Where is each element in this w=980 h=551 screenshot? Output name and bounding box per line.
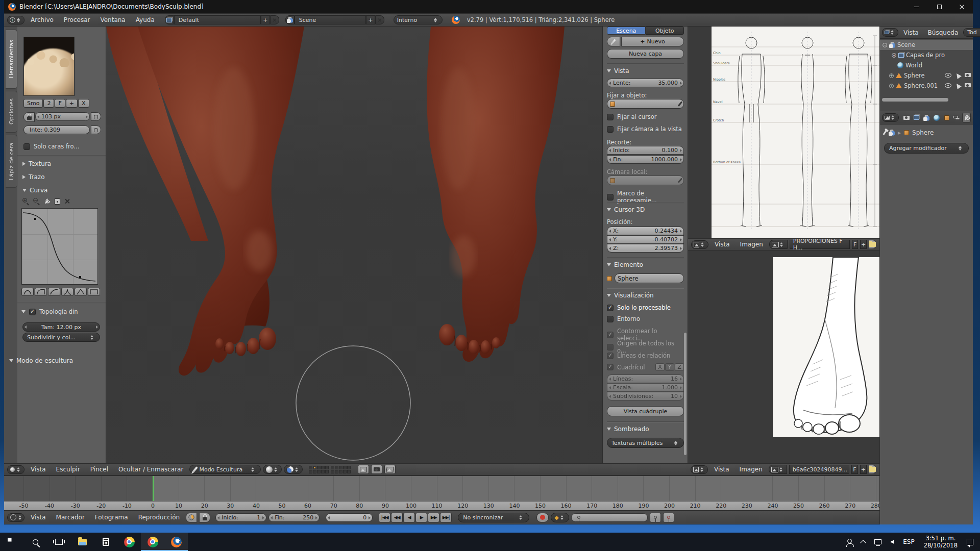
- cursor-x-slider[interactable]: X:0.24434: [607, 227, 684, 235]
- lens-slider[interactable]: Lente:35.000: [607, 79, 684, 87]
- menu-vista[interactable]: Vista: [710, 241, 734, 248]
- tab-modifiers[interactable]: [962, 113, 971, 122]
- add-scene-button[interactable]: +: [366, 15, 375, 24]
- lock-mode-button[interactable]: [358, 465, 369, 474]
- shading-select[interactable]: [263, 465, 282, 474]
- play-button[interactable]: ▶: [415, 513, 427, 522]
- menu-fotograma[interactable]: Fotograma: [91, 514, 132, 521]
- render-anim-button[interactable]: [384, 465, 396, 474]
- item-panel-header[interactable]: Elemento: [607, 261, 684, 268]
- maximize-button[interactable]: [928, 0, 950, 13]
- menu-busqueda[interactable]: Búsqueda: [924, 29, 963, 36]
- blender-taskbar-button[interactable]: [164, 533, 188, 551]
- add-layout-button[interactable]: +: [261, 15, 270, 24]
- menu-marcador[interactable]: Marcador: [52, 514, 89, 521]
- zoom-out-icon[interactable]: −: [33, 198, 40, 205]
- menu-imagen[interactable]: Imagen: [736, 466, 767, 473]
- display-panel-header[interactable]: Visualización: [607, 292, 684, 299]
- gp-source-object-button[interactable]: Objeto: [646, 27, 684, 35]
- play-reverse-button[interactable]: ◀: [403, 513, 415, 522]
- editor-type-button[interactable]: [691, 240, 708, 249]
- add-brush-button[interactable]: +: [66, 99, 78, 108]
- clipping-icon[interactable]: [54, 198, 60, 205]
- taskbar-clock[interactable]: 3:51 p. m. 28/10/2018: [920, 533, 961, 551]
- outliner-scrollbar[interactable]: [882, 98, 948, 102]
- quad-view-button[interactable]: Vista cuádruple: [607, 406, 684, 416]
- panel-textura-header[interactable]: Textura: [22, 160, 51, 167]
- tab-lapiz-de-cera[interactable]: Lápiz de cera: [6, 135, 17, 188]
- dyntopo-checkbox[interactable]: [29, 309, 36, 315]
- grid-lines-slider[interactable]: Líneas:16: [607, 374, 684, 383]
- close-layout-button[interactable]: [270, 15, 279, 24]
- renderability-icon[interactable]: [965, 73, 971, 77]
- only-render-checkbox[interactable]: [607, 305, 614, 311]
- brush-name-button[interactable]: Smo: [23, 99, 43, 108]
- chrome-button-1[interactable]: [117, 533, 141, 551]
- use-preview-range-button[interactable]: [186, 513, 197, 522]
- layers-grid-2[interactable]: [331, 466, 351, 473]
- menu-procesar[interactable]: Procesar: [60, 16, 94, 23]
- tab-world[interactable]: [933, 113, 941, 122]
- shading-mode-select[interactable]: Texturas múltiples: [607, 438, 684, 448]
- auto-keyframe-button[interactable]: [536, 513, 549, 522]
- all-origins-checkbox[interactable]: [607, 344, 614, 350]
- mode-select[interactable]: Modo Escultura: [189, 465, 261, 474]
- tab-opciones[interactable]: Opciones: [6, 91, 17, 133]
- screen-layout-field[interactable]: Default: [174, 15, 261, 24]
- current-frame-field[interactable]: 0: [326, 513, 373, 522]
- tab-render-layers[interactable]: [913, 113, 921, 122]
- close-button[interactable]: [950, 0, 973, 13]
- menu-vista[interactable]: Vista: [27, 514, 50, 521]
- render-engine-select[interactable]: Interno: [394, 15, 443, 24]
- action-center-button[interactable]: [963, 533, 977, 551]
- menu-archivo[interactable]: Archivo: [27, 16, 58, 23]
- frame-start-slider[interactable]: Inicio:1: [215, 513, 266, 522]
- menu-esculpir[interactable]: Esculpir: [52, 466, 84, 473]
- grid-scale-slider[interactable]: Escala:1.000: [607, 383, 684, 392]
- editor-type-button[interactable]: [7, 513, 24, 522]
- current-frame-line[interactable]: [153, 476, 154, 501]
- visibility-icon[interactable]: [945, 73, 951, 78]
- minimize-button[interactable]: [905, 0, 928, 13]
- radius-pressure-button[interactable]: [91, 112, 101, 121]
- grid-checkbox[interactable]: [607, 364, 614, 370]
- insert-keyframe-button[interactable]: [650, 513, 661, 522]
- fake-user-button[interactable]: F: [851, 465, 858, 474]
- editor-type-button[interactable]: [882, 113, 899, 122]
- gp-pencil-button[interactable]: [607, 37, 620, 46]
- sculpt-mode-panel-header[interactable]: Modo de escultura: [9, 357, 106, 364]
- render-border-button[interactable]: [371, 465, 382, 474]
- scene-field[interactable]: Scene: [295, 15, 366, 24]
- frame-end-slider[interactable]: Fin:250: [268, 513, 320, 522]
- brush-users-button[interactable]: 2: [43, 99, 54, 108]
- preset-smooth-icon[interactable]: [21, 288, 34, 296]
- world-bg-checkbox[interactable]: [607, 316, 614, 322]
- outliner-row-world[interactable]: World: [880, 60, 973, 70]
- blender-splash-icon[interactable]: [452, 16, 460, 24]
- delete-point-icon[interactable]: [64, 198, 70, 204]
- close-scene-button[interactable]: [375, 15, 384, 24]
- editor-type-button[interactable]: [7, 465, 24, 474]
- task-view-button[interactable]: [47, 533, 70, 551]
- chrome-button-2[interactable]: [141, 533, 164, 551]
- tab-object[interactable]: [942, 113, 951, 122]
- cursor3d-panel-header[interactable]: Cursor 3D: [607, 206, 684, 213]
- outliner-row-scene[interactable]: − Scene: [880, 40, 973, 50]
- menu-ocultar-enmascarar[interactable]: Ocultar / Enmascarar: [114, 466, 187, 473]
- cursor-y-slider[interactable]: Y:-0.40702: [607, 235, 684, 244]
- collapse-icon[interactable]: −: [883, 43, 887, 47]
- expand-icon[interactable]: +: [892, 53, 896, 58]
- strength-slider[interactable]: Inte: 0.309: [23, 126, 90, 134]
- menu-pincel[interactable]: Pincel: [86, 466, 112, 473]
- timeline-track[interactable]: [4, 475, 879, 501]
- cursor-z-slider[interactable]: Z:2.39573: [607, 244, 684, 253]
- jump-to-end-button[interactable]: ▶▶|: [440, 513, 452, 522]
- selectability-icon[interactable]: [954, 72, 962, 79]
- gp-source-scene-button[interactable]: Escena: [607, 27, 646, 35]
- calculator-button[interactable]: [94, 533, 117, 551]
- zoom-in-icon[interactable]: +: [22, 198, 29, 205]
- grid-x-toggle[interactable]: X: [655, 363, 665, 371]
- image-editor-bottom[interactable]: [688, 251, 879, 463]
- gp-new-layer-button[interactable]: Nueva capa: [607, 49, 684, 59]
- tab-constraints[interactable]: [952, 113, 961, 122]
